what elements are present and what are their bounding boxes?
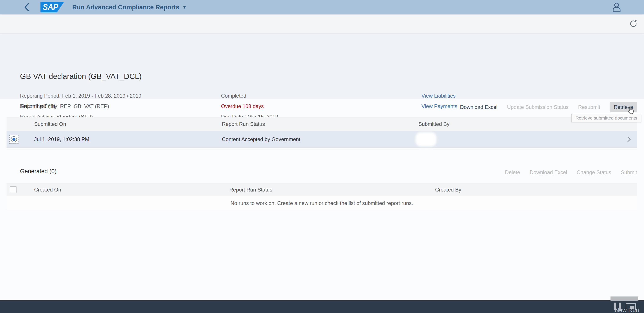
page-title: GB VAT declaration (GB_VAT_DCL)	[20, 72, 142, 81]
generated-section-heading: Generated (0)	[20, 168, 56, 175]
submitted-table-header: Submitted On Report Run Status Submitted…	[6, 117, 637, 131]
view-payments-link[interactable]: View Payments	[422, 103, 457, 110]
col-generated-report-run-status: Report Run Status	[229, 183, 272, 196]
radio-outer-ring	[11, 136, 17, 142]
status-overdue: Overdue 108 days	[221, 103, 264, 110]
cell-report-run-status: Content Accepted by Government	[222, 131, 300, 148]
player-tab	[610, 297, 638, 301]
change-status-button: Change Status	[577, 169, 611, 175]
user-avatar-button[interactable]	[611, 2, 622, 13]
person-icon	[612, 2, 621, 12]
back-chevron-icon	[24, 3, 29, 11]
sap-logo[interactable]: SAP	[40, 2, 64, 12]
back-button[interactable]	[21, 2, 32, 12]
chevron-down-icon: ▼	[182, 0, 187, 14]
update-submission-status-button: Update Submission Status	[507, 104, 568, 110]
refresh-icon	[629, 19, 638, 28]
cell-submitted-by-redacted	[417, 134, 435, 145]
app-screen: SAP Run Advanced Compliance Reports ▼ GB…	[0, 0, 644, 313]
page-toolbar	[0, 14, 644, 33]
generated-empty-message: No runs to work on. Create a new run or …	[6, 196, 637, 210]
delete-button: Delete	[505, 169, 520, 175]
shell-bar: SAP Run Advanced Compliance Reports ▼	[0, 0, 644, 14]
download-excel-button[interactable]: Download Excel	[460, 104, 497, 110]
select-all-checkbox[interactable]	[10, 186, 16, 193]
generated-toolbar: Delete Download Excel Change Status Subm…	[505, 167, 637, 178]
attr-reporting-period: Reporting Period: Feb 1, 2019 - Feb 28, …	[20, 92, 142, 99]
col-submitted-on: Submitted On	[34, 117, 66, 131]
submitted-section-heading: Submitted (1)	[20, 103, 55, 110]
radio-selected-dot	[12, 138, 16, 141]
row-detail-chevron-icon[interactable]	[626, 136, 632, 143]
view-liabilities-link[interactable]: View Liabilities	[422, 92, 456, 99]
resubmit-button: Resubmit	[578, 104, 600, 110]
col-created-on: Created On	[34, 183, 61, 196]
mouse-cursor-hand-icon	[627, 106, 635, 115]
col-report-run-status: Report Run Status	[222, 117, 265, 131]
object-header: GB VAT declaration (GB_VAT_DCL) Reportin…	[0, 33, 644, 99]
submitted-table-row[interactable]: Jul 1, 2019, 1:02:38 PM Content Accepted…	[6, 131, 637, 148]
submit-button: Submit	[621, 169, 637, 175]
app-title-button[interactable]: Run Advanced Compliance Reports ▼	[72, 0, 187, 14]
refresh-button[interactable]	[628, 18, 639, 29]
submitted-toolbar: Download Excel Update Submission Status …	[460, 101, 637, 113]
new-run-button[interactable]: New Run	[615, 307, 639, 313]
status-completed: Completed	[221, 92, 246, 99]
download-excel-generated-button: Download Excel	[530, 169, 567, 175]
footer-bar	[0, 301, 644, 313]
app-title-label: Run Advanced Compliance Reports	[72, 0, 179, 14]
row-radio-button[interactable]	[9, 135, 18, 144]
cell-submitted-on: Jul 1, 2019, 1:02:38 PM	[34, 131, 90, 148]
col-created-by: Created By	[435, 183, 461, 196]
col-submitted-by: Submitted By	[418, 117, 450, 131]
generated-table-header: Created On Report Run Status Created By	[6, 183, 637, 197]
